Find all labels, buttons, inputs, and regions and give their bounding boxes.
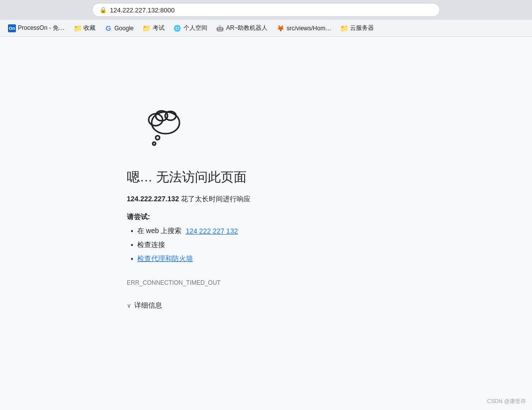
folder-icon: 📁 <box>340 24 348 32</box>
svg-point-5 <box>153 142 156 145</box>
processon-icon: On <box>8 24 16 32</box>
check-proxy-link[interactable]: 检查代理和防火墙 <box>137 254 193 263</box>
bookmark-label: 考试 <box>153 24 165 32</box>
try-list: 在 web 上搜索 124 222 227 132 检查连接 检查代理和防火墙 <box>127 227 238 263</box>
bookmark-label: 收藏 <box>84 24 95 32</box>
bookmark-ar[interactable]: 🤖 AR~助教机器人 <box>212 22 272 34</box>
try-section: 请尝试: 在 web 上搜索 124 222 227 132 检查连接 检查代理… <box>127 213 238 263</box>
globe-icon: 🌐 <box>174 24 181 32</box>
page-content: 嗯… 无法访问此页面 124.222.227.132 花了太长时间进行响应 请尝… <box>0 37 532 410</box>
bookmark-gitlab[interactable]: 🦊 src/views/Hom… <box>272 22 335 34</box>
list-item: 在 web 上搜索 124 222 227 132 <box>127 227 238 236</box>
address-bar-url: 124.222.227.132:8000 <box>110 6 175 14</box>
gitlab-icon: 🦊 <box>276 24 284 32</box>
error-heading: 嗯… 无法访问此页面 <box>127 168 247 186</box>
bookmark-label: Google <box>114 25 134 32</box>
check-connection-text: 检查连接 <box>137 241 165 249</box>
details-section[interactable]: ∨ 详细信息 <box>127 301 162 310</box>
address-bar[interactable]: 🔒 124.222.227.132:8000 <box>92 3 440 17</box>
bookmark-personal[interactable]: 🌐 个人空间 <box>170 22 211 34</box>
list-item: 检查连接 <box>127 241 238 249</box>
try-label: 请尝试: <box>127 213 238 222</box>
web-search-link[interactable]: 124 222 227 132 <box>185 227 238 235</box>
folder-icon: 📁 <box>143 24 151 32</box>
bookmark-kaoshi[interactable]: 📁 考试 <box>139 22 169 34</box>
try-web-search-prefix: 在 web 上搜索 <box>137 227 181 236</box>
bookmark-label: ProcessOn - 免… <box>18 24 65 32</box>
thought-bubble-illustration <box>137 107 186 154</box>
bookmark-label: 云服务器 <box>350 24 374 32</box>
bookmark-google[interactable]: G Google <box>100 22 138 34</box>
bookmarks-bar: On ProcessOn - 免… 📁 收藏 G Google 📁 考试 🌐 个… <box>0 20 532 37</box>
bookmark-label: 个人空间 <box>183 24 207 32</box>
security-icon: 🔒 <box>99 6 107 13</box>
error-description: 124.222.227.132 花了太长时间进行响应 <box>127 195 251 204</box>
error-code: ERR_CONNECTION_TIMED_OUT <box>127 279 221 286</box>
google-icon: G <box>104 24 112 32</box>
browser-chrome: 🔒 124.222.227.132:8000 On ProcessOn - 免…… <box>0 0 532 37</box>
error-container: 嗯… 无法访问此页面 124.222.227.132 花了太长时间进行响应 请尝… <box>127 107 405 310</box>
chevron-down-icon: ∨ <box>127 302 131 309</box>
folder-icon: 📁 <box>74 24 82 32</box>
bookmark-label: src/views/Hom… <box>286 25 331 32</box>
bookmark-processon[interactable]: On ProcessOn - 免… <box>4 22 69 34</box>
bookmark-shoucang[interactable]: 📁 收藏 <box>70 22 99 34</box>
error-ip: 124.222.227.132 <box>127 195 179 203</box>
bookmark-server[interactable]: 📁 云服务器 <box>336 22 378 34</box>
svg-point-4 <box>156 136 160 140</box>
list-item: 检查代理和防火墙 <box>127 254 238 263</box>
address-bar-row: 🔒 124.222.227.132:8000 <box>0 0 532 20</box>
robot-icon: 🤖 <box>216 24 224 32</box>
bookmark-label: AR~助教机器人 <box>226 24 268 32</box>
details-label: 详细信息 <box>134 301 162 310</box>
watermark: CSDN @康世存 <box>487 398 526 405</box>
error-description-suffix: 花了太长时间进行响应 <box>179 195 251 203</box>
